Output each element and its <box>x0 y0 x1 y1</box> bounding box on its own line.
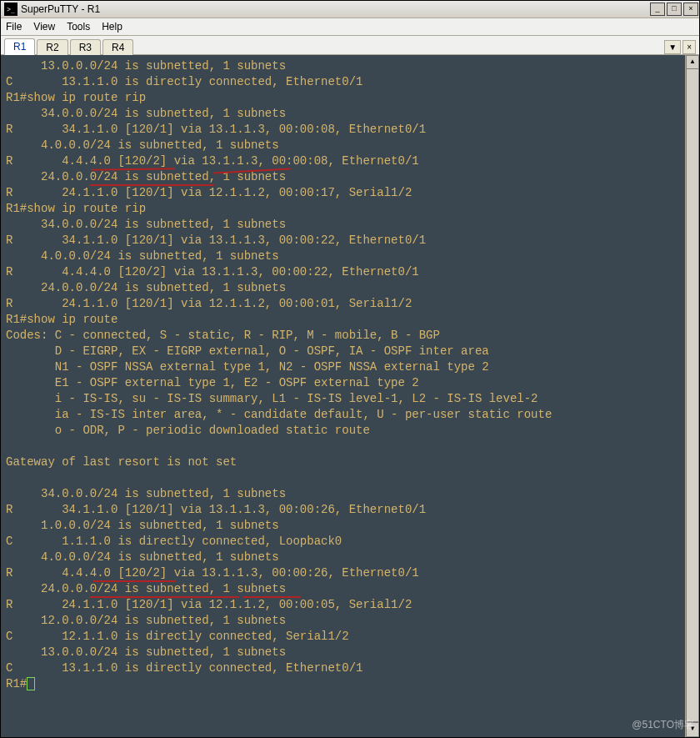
terminal-line: o - ODR, P - periodic downloaded static … <box>6 423 685 439</box>
terminal-line: 34.0.0.0/24 is subnetted, 1 subnets <box>6 217 685 233</box>
terminal-line: R 24.1.1.0 [120/1] via 12.1.1.2, 00:00:0… <box>6 296 685 312</box>
window-title: SuperPuTTY - R1 <box>21 3 649 15</box>
menu-bar: File View Tools Help <box>1 18 699 36</box>
scroll-thumb[interactable] <box>686 68 699 722</box>
close-button[interactable]: × <box>683 3 698 16</box>
terminal-line <box>6 470 685 486</box>
scroll-track[interactable] <box>686 70 699 722</box>
terminal-line: C 1.1.1.0 is directly connected, Loopbac… <box>6 534 685 550</box>
terminal-line <box>6 439 685 454</box>
menu-tools[interactable]: Tools <box>67 21 90 33</box>
terminal-prompt-line: R1# <box>6 676 685 692</box>
tab-dropdown-icon[interactable]: ▼ <box>664 40 681 54</box>
menu-file[interactable]: File <box>6 21 22 33</box>
terminal-line: 24.0.0.0/24 is subnetted, 1 subnets <box>6 581 685 597</box>
minimize-button[interactable]: _ <box>650 3 665 16</box>
terminal-line: 13.0.0.0/24 is subnetted, 1 subnets <box>6 645 685 660</box>
tab-r4[interactable]: R4 <box>102 39 133 55</box>
terminal-line: R 4.4.4.0 [120/2] via 13.1.1.3, 00:00:08… <box>6 153 685 169</box>
terminal-line: 4.0.0.0/24 is subnetted, 1 subnets <box>6 249 685 264</box>
terminal-line: 4.0.0.0/24 is subnetted, 1 subnets <box>6 550 685 565</box>
terminal-line: 1.0.0.0/24 is subnetted, 1 subnets <box>6 518 685 534</box>
tab-close-icon[interactable]: × <box>682 40 696 54</box>
terminal-line: 4.0.0.0/24 is subnetted, 1 subnets <box>6 138 685 153</box>
terminal-line: i - IS-IS, su - IS-IS summary, L1 - IS-I… <box>6 391 685 407</box>
terminal-line: 13.0.0.0/24 is subnetted, 1 subnets <box>6 58 685 74</box>
terminal-line: Codes: C - connected, S - static, R - RI… <box>6 328 685 344</box>
terminal-line: 24.0.0.0/24 is subnetted, 1 subnets <box>6 280 685 296</box>
terminal-line: C 13.1.1.0 is directly connected, Ethern… <box>6 74 685 90</box>
terminal-line: R 34.1.1.0 [120/1] via 13.1.1.3, 00:00:0… <box>6 122 685 138</box>
terminal-line: E1 - OSPF external type 1, E2 - OSPF ext… <box>6 375 685 391</box>
tab-r3[interactable]: R3 <box>70 39 101 55</box>
terminal-line: R1#show ip route rip <box>6 90 685 106</box>
title-bar[interactable]: SuperPuTTY - R1 _ □ × <box>1 1 699 18</box>
terminal-line: R 4.4.4.0 [120/2] via 13.1.1.3, 00:00:22… <box>6 264 685 280</box>
terminal-line: R 4.4.4.0 [120/2] via 13.1.1.3, 00:00:26… <box>6 565 685 581</box>
terminal-output[interactable]: 13.0.0.0/24 is subnetted, 1 subnetsC 13.… <box>1 55 685 737</box>
annotation-underline-6 <box>242 596 301 598</box>
annotation-underline-4 <box>92 580 176 582</box>
terminal-line: ia - IS-IS inter area, * - candidate def… <box>6 407 685 423</box>
app-icon <box>4 3 18 16</box>
terminal-line: R 34.1.1.0 [120/1] via 13.1.1.3, 00:00:2… <box>6 233 685 249</box>
terminal-cursor <box>27 677 35 690</box>
terminal-line: Gateway of last resort is not set <box>6 454 685 470</box>
menu-view[interactable]: View <box>33 21 55 33</box>
terminal-line: R 34.1.1.0 [120/1] via 13.1.1.3, 00:00:2… <box>6 502 685 518</box>
window-controls: _ □ × <box>649 2 699 17</box>
terminal-line: R1#show ip route <box>6 312 685 328</box>
terminal-line: 12.0.0.0/24 is subnetted, 1 subnets <box>6 613 685 629</box>
terminal-line: R1#show ip route rip <box>6 201 685 217</box>
scroll-down-icon[interactable]: ▼ <box>686 722 699 737</box>
tab-r2[interactable]: R2 <box>37 39 68 55</box>
terminal-line: R 24.1.1.0 [120/1] via 12.1.1.2, 00:00:1… <box>6 185 685 201</box>
app-window: SuperPuTTY - R1 _ □ × File View Tools He… <box>0 0 700 738</box>
tab-r1[interactable]: R1 <box>4 38 35 55</box>
tab-bar: R1 R2 R3 R4 ▼ × <box>1 36 699 55</box>
menu-help[interactable]: Help <box>102 21 122 33</box>
terminal-line: 34.0.0.0/24 is subnetted, 1 subnets <box>6 106 685 122</box>
annotation-underline-3 <box>89 184 214 186</box>
terminal-scrollbar[interactable]: ▲ ▼ <box>685 55 699 737</box>
terminal-line: R 24.1.1.0 [120/1] via 12.1.1.2, 00:00:0… <box>6 597 685 613</box>
terminal-line: N1 - OSPF NSSA external type 1, N2 - OSP… <box>6 359 685 375</box>
terminal-line: C 13.1.1.0 is directly connected, Ethern… <box>6 660 685 676</box>
terminal-line: 34.0.0.0/24 is subnetted, 1 subnets <box>6 486 685 502</box>
terminal-prompt: R1# <box>6 677 27 690</box>
terminal-line: 24.0.0.0/24 is subnetted, 1 subnets <box>6 169 685 185</box>
annotation-underline-5 <box>89 596 239 598</box>
terminal-line: C 12.1.1.0 is directly connected, Serial… <box>6 629 685 645</box>
terminal-line: D - EIGRP, EX - EIGRP external, O - OSPF… <box>6 344 685 359</box>
maximize-button[interactable]: □ <box>667 3 682 16</box>
